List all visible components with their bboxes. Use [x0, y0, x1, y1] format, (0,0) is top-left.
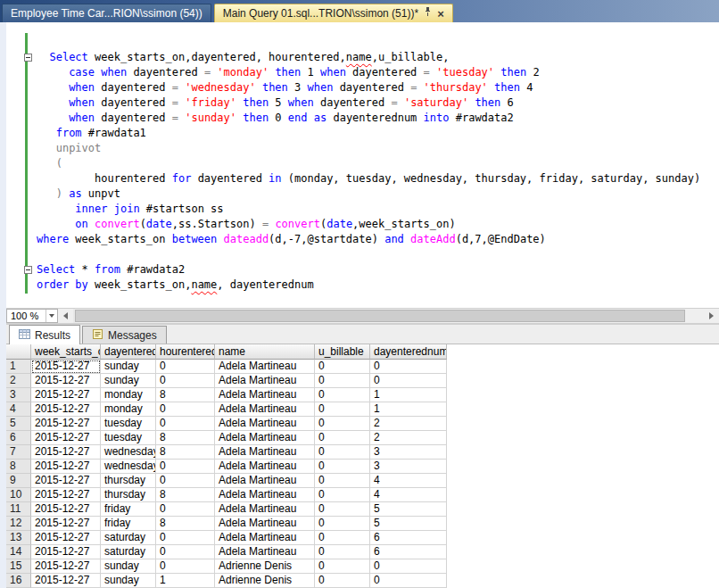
grid-cell[interactable]: 2015-12-27: [31, 574, 101, 588]
grid-cell[interactable]: friday: [101, 517, 156, 531]
close-icon[interactable]: ×: [437, 8, 444, 20]
row-number[interactable]: 15: [6, 559, 31, 574]
column-header[interactable]: week_starts_on: [31, 344, 101, 360]
grid-cell[interactable]: 4: [370, 474, 447, 488]
row-number[interactable]: 3: [6, 388, 31, 402]
grid-cell[interactable]: Adrienne Denis: [215, 574, 315, 588]
grid-cell[interactable]: 1: [370, 388, 447, 402]
grid-cell[interactable]: Adela Martineau: [215, 517, 315, 531]
code-line[interactable]: from #rawdata1: [19, 126, 719, 141]
grid-cell[interactable]: 2015-12-27: [31, 388, 101, 402]
column-header[interactable]: name: [215, 344, 315, 360]
grid-cell[interactable]: 8: [156, 517, 215, 531]
grid-cell[interactable]: 2: [370, 417, 447, 431]
grid-cell[interactable]: monday: [101, 388, 156, 402]
grid-cell[interactable]: Adela Martineau: [215, 445, 315, 460]
grid-cell[interactable]: 2015-12-27: [31, 374, 101, 388]
grid-cell[interactable]: Adela Martineau: [215, 360, 315, 374]
grid-cell[interactable]: wednesday: [101, 460, 156, 474]
grid-cell[interactable]: Adela Martineau: [215, 402, 315, 417]
grid-cell[interactable]: 2015-12-27: [31, 431, 101, 445]
code-line[interactable]: when dayentered = 'wednesday' then 3 whe…: [19, 80, 719, 95]
grid-cell[interactable]: 0: [315, 502, 370, 517]
grid-cell[interactable]: 5: [370, 502, 447, 517]
row-number[interactable]: 16: [6, 574, 31, 588]
grid-cell[interactable]: 0: [370, 559, 447, 574]
horizontal-scrollbar[interactable]: [75, 309, 704, 323]
pin-icon[interactable]: [424, 4, 432, 22]
grid-cell[interactable]: 8: [156, 388, 215, 402]
grid-cell[interactable]: sunday: [101, 574, 156, 588]
row-number[interactable]: 4: [6, 402, 31, 417]
row-number[interactable]: 10: [6, 488, 31, 502]
grid-cell[interactable]: 8: [156, 488, 215, 502]
grid-cell[interactable]: 0: [370, 574, 447, 588]
code-line[interactable]: on convert(date,ss.Startson) = convert(d…: [19, 217, 719, 232]
column-header[interactable]: dayenterednum: [370, 344, 447, 360]
grid-cell[interactable]: 0: [315, 374, 370, 388]
grid-cell[interactable]: 2015-12-27: [31, 445, 101, 460]
chevron-down-icon[interactable]: [45, 310, 57, 322]
grid-cell[interactable]: tuesday: [101, 431, 156, 445]
row-number[interactable]: 6: [6, 431, 31, 445]
row-number[interactable]: 7: [6, 445, 31, 460]
code-line[interactable]: inner join #startson ss: [19, 202, 719, 217]
tab-messages[interactable]: Messages: [82, 326, 167, 344]
grid-cell[interactable]: 0: [156, 360, 215, 374]
grid-cell[interactable]: thursday: [101, 474, 156, 488]
grid-cell[interactable]: 0: [315, 517, 370, 531]
scrollbar-thumb[interactable]: [75, 310, 685, 322]
grid-cell[interactable]: tuesday: [101, 417, 156, 431]
row-number[interactable]: 11: [6, 502, 31, 517]
grid-cell[interactable]: 3: [370, 445, 447, 460]
grid-cell[interactable]: 0: [315, 559, 370, 574]
grid-cell[interactable]: 6: [370, 531, 447, 545]
row-number[interactable]: 12: [6, 517, 31, 531]
grid-cell[interactable]: sunday: [101, 559, 156, 574]
row-number[interactable]: 9: [6, 474, 31, 488]
grid-cell[interactable]: 2015-12-27: [31, 531, 101, 545]
code-line[interactable]: when dayentered = 'sunday' then 0 end as…: [19, 111, 719, 126]
grid-cell[interactable]: sunday: [101, 360, 156, 374]
code-line[interactable]: case when dayentered = 'monday' then 1 w…: [19, 65, 719, 80]
grid-cell[interactable]: 0: [315, 431, 370, 445]
grid-cell[interactable]: 0: [315, 445, 370, 460]
column-header[interactable]: dayentered: [101, 344, 156, 360]
grid-cell[interactable]: 1: [370, 402, 447, 417]
grid-cell[interactable]: 0: [315, 402, 370, 417]
sql-editor[interactable]: Select week_starts_on,dayentered, houren…: [6, 22, 719, 308]
grid-cell[interactable]: saturday: [101, 531, 156, 545]
row-number[interactable]: 8: [6, 460, 31, 474]
code-line[interactable]: order by week_starts_on,name, dayentered…: [19, 277, 719, 293]
grid-cell[interactable]: 2015-12-27: [31, 502, 101, 517]
grid-cell[interactable]: Adela Martineau: [215, 374, 315, 388]
grid-cell[interactable]: Adela Martineau: [215, 531, 315, 545]
grid-cell[interactable]: 0: [156, 402, 215, 417]
grid-cell[interactable]: monday: [101, 402, 156, 417]
fold-collapse-icon[interactable]: [19, 262, 37, 277]
grid-cell[interactable]: 0: [315, 474, 370, 488]
grid-cell[interactable]: 0: [315, 360, 370, 374]
grid-cell[interactable]: 0: [315, 531, 370, 545]
grid-cell[interactable]: 0: [156, 417, 215, 431]
grid-cell[interactable]: 2015-12-27: [31, 460, 101, 474]
code-lines[interactable]: Select week_starts_on,dayentered, houren…: [19, 22, 719, 293]
select-all-header[interactable]: [6, 344, 31, 360]
row-number[interactable]: 13: [6, 531, 31, 545]
grid-cell[interactable]: 0: [370, 374, 447, 388]
grid-cell[interactable]: friday: [101, 502, 156, 517]
code-line[interactable]: Select * from #rawdata2: [19, 262, 719, 277]
grid-cell[interactable]: 2015-12-27: [31, 360, 101, 374]
tab-employee-time-card[interactable]: Employee Time Car...RION\ssimon (54)): [2, 4, 211, 22]
grid-cell[interactable]: 0: [315, 417, 370, 431]
scroll-right-button[interactable]: [704, 309, 719, 323]
grid-cell[interactable]: 5: [370, 517, 447, 531]
code-line[interactable]: when dayentered = 'friday' then 5 when d…: [19, 95, 719, 111]
code-line[interactable]: where week_starts_on between dateadd(d,-…: [19, 232, 719, 247]
grid-cell[interactable]: Adela Martineau: [215, 388, 315, 402]
grid-cell[interactable]: 2015-12-27: [31, 488, 101, 502]
grid-cell[interactable]: sunday: [101, 374, 156, 388]
grid-cell[interactable]: saturday: [101, 545, 156, 559]
code-line[interactable]: hourentered for dayentered in (monday, t…: [19, 171, 719, 186]
grid-cell[interactable]: 2015-12-27: [31, 517, 101, 531]
